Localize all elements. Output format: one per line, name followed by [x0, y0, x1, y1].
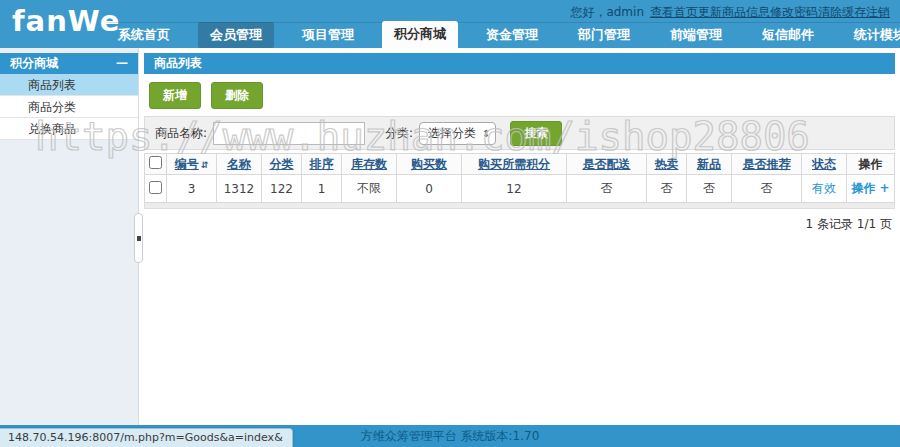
sort-icon[interactable]: ⇵	[201, 160, 209, 170]
toolbar: 新增 删除	[144, 74, 895, 116]
col-header-link-7[interactable]: 是否配送	[583, 157, 631, 171]
col-header-link-9[interactable]: 新品	[697, 157, 721, 171]
sidebar-header[interactable]: 积分商城 —	[0, 53, 138, 74]
sidebar-title: 积分商城	[10, 53, 58, 74]
add-button[interactable]: 新增	[149, 82, 201, 109]
category-label: 分类:	[385, 125, 413, 142]
row-cell-10: 否	[732, 175, 802, 203]
nav-tab-5[interactable]: 部门管理	[566, 22, 642, 48]
nav-tab-6[interactable]: 前端管理	[658, 22, 734, 48]
row-cell-4: 不限	[342, 175, 397, 203]
col-header-12: 操作	[847, 154, 895, 175]
sidebar-item-1[interactable]: 商品分类	[0, 96, 138, 118]
nav-tab-4[interactable]: 资金管理	[474, 22, 550, 48]
row-action-link[interactable]: 操作 +	[847, 175, 895, 203]
row-cell-6: 12	[462, 175, 567, 203]
col-header-6[interactable]: 购买所需积分	[462, 154, 567, 175]
top-link-1[interactable]: 更新商品信息	[698, 5, 770, 19]
nav-tab-0[interactable]: 系统首页	[106, 22, 182, 48]
sidebar-item-0[interactable]: 商品列表	[0, 74, 138, 96]
table-header-row: 编号⇵名称分类排序库存数购买数购买所需积分是否配送热卖新品是否推荐状态操作	[145, 154, 895, 175]
nav-tab-7[interactable]: 短信邮件	[750, 22, 826, 48]
delete-button[interactable]: 删除	[211, 82, 263, 109]
row-checkbox-cell	[145, 175, 167, 203]
product-name-input[interactable]	[213, 122, 365, 145]
col-header-11[interactable]: 状态	[802, 154, 847, 175]
row-cell-2: 122	[262, 175, 302, 203]
col-header-link-0[interactable]: 编号	[175, 157, 199, 171]
row-cell-7: 否	[567, 175, 647, 203]
panel-title: 商品列表	[144, 53, 895, 74]
select-all-checkbox[interactable]	[149, 156, 162, 169]
app-header: fanWe 您好，admin 查看首页更新商品信息修改密码清除缓存注销 系统首页…	[0, 0, 900, 48]
sidebar-splitter-handle[interactable]	[134, 213, 143, 263]
category-select-value: 选择分类	[428, 125, 476, 142]
col-header-1[interactable]: 名称	[217, 154, 262, 175]
user-links-slot: 查看首页更新商品信息修改密码清除缓存注销	[650, 4, 890, 21]
col-header-3[interactable]: 排序	[302, 154, 342, 175]
row-cell-0: 3	[167, 175, 217, 203]
browser-status-url: 148.70.54.196:8007/m.php?m=Goods&a=index…	[0, 428, 293, 447]
table-row: 313121221不限012否否否否有效操作 +	[145, 175, 895, 203]
row-checkbox[interactable]	[149, 181, 162, 194]
col-header-link-4[interactable]: 库存数	[351, 157, 387, 171]
col-header-link-1[interactable]: 名称	[227, 157, 251, 171]
row-cell-8: 否	[647, 175, 687, 203]
user-links: 您好，admin 查看首页更新商品信息修改密码清除缓存注销	[570, 4, 890, 21]
collapse-minus-icon[interactable]: —	[116, 53, 128, 74]
goods-table: 编号⇵名称分类排序库存数购买数购买所需积分是否配送热卖新品是否推荐状态操作 31…	[144, 153, 895, 203]
col-header-link-2[interactable]: 分类	[270, 157, 294, 171]
top-link-2[interactable]: 修改密码	[770, 5, 818, 19]
row-cell-5: 0	[397, 175, 462, 203]
sidebar-item-2[interactable]: 兑换商品	[0, 118, 138, 140]
col-header-7[interactable]: 是否配送	[567, 154, 647, 175]
row-cell-1: 1312	[217, 175, 262, 203]
select-arrows-icon: ⇕	[482, 128, 490, 139]
product-name-label: 商品名称:	[155, 125, 207, 142]
search-button[interactable]: 搜索	[510, 121, 562, 146]
col-header-2[interactable]: 分类	[262, 154, 302, 175]
col-header-5[interactable]: 购买数	[397, 154, 462, 175]
nav-tab-1[interactable]: 会员管理	[198, 22, 274, 48]
row-cell-3: 1	[302, 175, 342, 203]
footer-version-text: 方维众筹管理平台 系统版本:1.70	[361, 429, 540, 443]
main-panel: 商品列表 新增 删除 商品名称: 分类: 选择分类 ⇕ 搜索 编号⇵名称分类排序…	[139, 48, 900, 425]
nav-tab-2[interactable]: 项目管理	[290, 22, 366, 48]
sidebar: 积分商城 — 商品列表商品分类兑换商品	[0, 48, 139, 425]
top-link-4[interactable]: 注销	[866, 5, 890, 19]
col-header-link-8[interactable]: 热卖	[655, 157, 679, 171]
search-filter-bar: 商品名称: 分类: 选择分类 ⇕ 搜索	[144, 116, 895, 150]
category-select[interactable]: 选择分类 ⇕	[419, 122, 496, 145]
col-header-0[interactable]: 编号⇵	[167, 154, 217, 175]
fanwe-logo: fanWe	[12, 4, 120, 38]
nav-tab-8[interactable]: 统计模块	[842, 22, 900, 48]
col-header-4[interactable]: 库存数	[342, 154, 397, 175]
col-header-link-5[interactable]: 购买数	[411, 157, 447, 171]
col-header-8[interactable]: 热卖	[647, 154, 687, 175]
main-nav: 系统首页会员管理项目管理积分商城资金管理部门管理前端管理短信邮件统计模块系统设置	[106, 22, 900, 48]
col-header-link-6[interactable]: 购买所需积分	[478, 157, 550, 171]
top-link-3[interactable]: 清除缓存	[818, 5, 866, 19]
col-header-link-11[interactable]: 状态	[812, 157, 836, 171]
col-header-link-3[interactable]: 排序	[310, 157, 334, 171]
row-status-link[interactable]: 有效	[802, 175, 847, 203]
col-header-link-10[interactable]: 是否推荐	[743, 157, 791, 171]
row-cell-9: 否	[687, 175, 732, 203]
content-region: 积分商城 — 商品列表商品分类兑换商品 商品列表 新增 删除 商品名称: 分类:…	[0, 48, 900, 425]
user-greeting: 您好，admin	[570, 4, 644, 21]
sidebar-menu: 商品列表商品分类兑换商品	[0, 74, 138, 140]
col-header-9[interactable]: 新品	[687, 154, 732, 175]
top-link-0[interactable]: 查看首页	[650, 5, 698, 19]
pagination-info: 1 条记录 1/1 页	[144, 209, 895, 240]
checkbox-header-cell	[145, 154, 167, 175]
col-header-10[interactable]: 是否推荐	[732, 154, 802, 175]
nav-tab-3[interactable]: 积分商城	[382, 21, 458, 48]
